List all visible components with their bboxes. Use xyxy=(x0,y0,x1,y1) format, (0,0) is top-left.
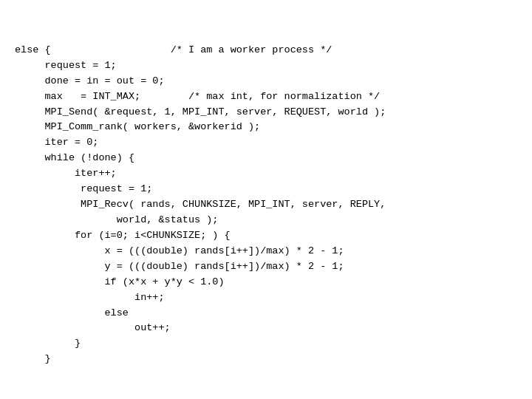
code-block: else { /* I am a worker process */ reque… xyxy=(0,0,532,395)
code-line: in++; xyxy=(15,290,517,306)
code-line: else xyxy=(15,306,517,321)
code-line: request = 1; xyxy=(15,58,517,74)
code-line: max = INT_MAX; /* max int, for normaliza… xyxy=(15,89,517,105)
code-line: done = in = out = 0; xyxy=(15,74,517,89)
code-line: MPI_Comm_rank( workers, &workerid ); xyxy=(15,120,517,135)
code-line: MPI_Recv( rands, CHUNKSIZE, MPI_INT, ser… xyxy=(15,197,517,213)
code-line: world, &status ); xyxy=(15,213,517,228)
code-line: if (x*x + y*y < 1.0) xyxy=(15,275,517,290)
code-line: iter = 0; xyxy=(15,135,517,151)
code-line: request = 1; xyxy=(15,182,517,197)
code-line: } xyxy=(15,336,517,352)
code-line: MPI_Send( &request, 1, MPI_INT, server, … xyxy=(15,105,517,120)
code-line: while (!done) { xyxy=(15,151,517,166)
code-line: out++; xyxy=(15,321,517,336)
code-line: } xyxy=(15,352,517,367)
code-line: for (i=0; i<CHUNKSIZE; ) { xyxy=(15,228,517,244)
code-line: else { /* I am a worker process */ xyxy=(15,43,517,58)
code-line: x = (((double) rands[i++])/max) * 2 - 1; xyxy=(15,244,517,259)
code-line: y = (((double) rands[i++])/max) * 2 - 1; xyxy=(15,259,517,275)
code-line: iter++; xyxy=(15,166,517,182)
